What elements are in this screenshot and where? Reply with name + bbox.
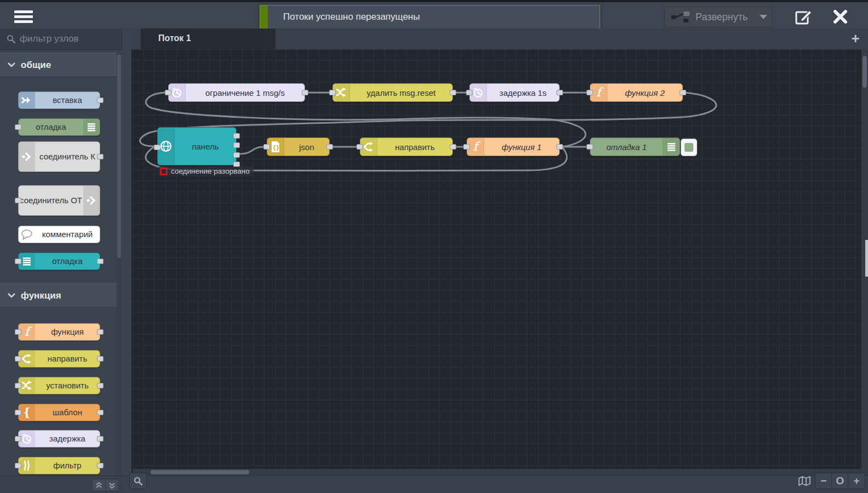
- deploy-label: Развернуть: [695, 12, 748, 23]
- node-panel[interactable]: панель: [157, 127, 237, 165]
- palette-node-switch[interactable]: направить: [18, 350, 100, 368]
- output-port: [97, 259, 104, 264]
- comment-bubble-icon: [19, 226, 35, 243]
- node-json[interactable]: {} json: [267, 137, 330, 156]
- input-port[interactable]: [263, 144, 270, 150]
- search-icon: [7, 35, 15, 43]
- output-port[interactable]: [556, 90, 563, 95]
- palette-node-label: фильтр: [35, 457, 100, 474]
- debug-toggle-button[interactable]: [681, 139, 697, 156]
- close-icon: [833, 10, 848, 24]
- palette-scrollbar[interactable]: [117, 53, 122, 475]
- input-port: [15, 436, 21, 442]
- output-port: [97, 154, 104, 159]
- palette-node-label: соединитель К: [35, 142, 100, 171]
- output-port[interactable]: [450, 144, 456, 150]
- input-port[interactable]: [466, 90, 473, 95]
- node-function-2[interactable]: f функция 2: [590, 83, 683, 102]
- status-ring-icon: [160, 168, 168, 175]
- input-port: [15, 124, 21, 130]
- output-port: [97, 356, 104, 362]
- input-port: [15, 383, 21, 388]
- node-label: отладка 1: [590, 138, 663, 156]
- node-function-1[interactable]: f функция 1: [467, 137, 560, 156]
- input-port[interactable]: [587, 90, 593, 95]
- input-port[interactable]: [154, 145, 160, 150]
- input-port[interactable]: [165, 90, 171, 95]
- node-route[interactable]: направить: [360, 137, 453, 156]
- palette-node-function[interactable]: f функция: [18, 323, 100, 341]
- list-icon: [663, 138, 680, 156]
- edit-button[interactable]: [795, 9, 813, 27]
- node-label: функция 1: [484, 138, 559, 156]
- palette-node-label: вставка: [35, 92, 100, 108]
- hamburger-menu-button[interactable]: [14, 8, 34, 24]
- input-port[interactable]: [329, 90, 336, 95]
- chevrons-up-icon: [95, 482, 102, 489]
- palette-filter-input[interactable]: [19, 31, 119, 47]
- inject-arrow-icon: [19, 92, 35, 108]
- palette-section-function[interactable]: функция: [0, 283, 117, 308]
- link-in-icon: [19, 142, 35, 171]
- wires-layer: [133, 49, 868, 475]
- output-port[interactable]: [680, 90, 686, 95]
- palette-node-label: отладка: [35, 253, 100, 270]
- node-rate-limit[interactable]: ограничение 1 msg/s: [168, 83, 305, 102]
- palette-node-label: функция: [35, 324, 100, 340]
- palette-node-label: шаблон: [35, 404, 100, 421]
- output-port-1[interactable]: [233, 133, 240, 139]
- chevron-down-icon: [8, 62, 15, 67]
- palette-node-change[interactable]: установить: [18, 377, 100, 394]
- node-label: направить: [377, 138, 452, 156]
- palette-node-filter[interactable]: фильтр: [18, 457, 100, 474]
- collapse-all-button[interactable]: [92, 479, 106, 491]
- search-icon: [134, 477, 142, 485]
- canvas-footer: − O +: [131, 475, 868, 493]
- palette-search: [0, 28, 122, 50]
- node-label: удалить msg.reset: [350, 84, 452, 101]
- input-port: [15, 410, 21, 415]
- header: Потоки успешно перезапущены Развернуть: [0, 0, 868, 28]
- notification-toast: Потоки успешно перезапущены: [260, 5, 600, 29]
- palette-node-inject[interactable]: вставка: [18, 91, 100, 109]
- palette-node-link-in[interactable]: соединитель К: [18, 141, 100, 172]
- palette-node-debug[interactable]: отладка: [18, 118, 100, 136]
- map-icon: [798, 476, 810, 486]
- node-debug-1[interactable]: отладка 1: [590, 137, 680, 156]
- palette-section-common[interactable]: общие: [0, 53, 117, 77]
- notification-accent-stripe: [260, 5, 268, 28]
- output-port[interactable]: [326, 144, 333, 150]
- output-port[interactable]: [556, 144, 563, 150]
- input-port[interactable]: [357, 144, 363, 150]
- status-text: соединение разорвано: [171, 167, 250, 175]
- palette-node-label: задержка: [35, 431, 100, 447]
- output-port[interactable]: [450, 90, 456, 95]
- palette-node-template[interactable]: { шаблон: [18, 404, 100, 421]
- flow-canvas[interactable]: ограничение 1 msg/s удалить msg.reset за…: [131, 49, 868, 475]
- add-flow-button[interactable]: +: [847, 31, 864, 47]
- palette-node-ui-debug[interactable]: отладка: [18, 253, 100, 270]
- input-port[interactable]: [587, 144, 593, 150]
- wire-panel-json: [239, 147, 265, 154]
- node-delay-1s[interactable]: задержка 1s: [469, 83, 560, 102]
- input-port: [15, 329, 21, 335]
- input-port[interactable]: [463, 144, 470, 150]
- close-button[interactable]: [833, 10, 848, 26]
- palette-section-label: общие: [21, 60, 51, 71]
- output-port-2[interactable]: [233, 142, 240, 148]
- output-port-3[interactable]: [233, 152, 240, 158]
- palette-node-delay[interactable]: задержка: [18, 430, 100, 448]
- output-port[interactable]: [302, 90, 308, 95]
- edit-pencil-icon: [795, 9, 813, 25]
- node-change-delete[interactable]: удалить msg.reset: [332, 83, 453, 102]
- palette-node-comment[interactable]: комментарий: [18, 226, 100, 243]
- node-label: задержка 1s: [487, 84, 559, 101]
- deploy-nodes-icon: [671, 11, 690, 23]
- expand-all-button[interactable]: [105, 479, 119, 491]
- palette-node-link-out[interactable]: соединитель ОТ: [18, 185, 100, 216]
- chevron-down-icon[interactable]: [760, 15, 767, 19]
- tab-flow-1[interactable]: Поток 1: [141, 28, 275, 49]
- window-scrollbar-fragment: [865, 240, 868, 277]
- chevrons-down-icon: [108, 482, 116, 489]
- deploy-button[interactable]: Развернуть: [664, 7, 772, 27]
